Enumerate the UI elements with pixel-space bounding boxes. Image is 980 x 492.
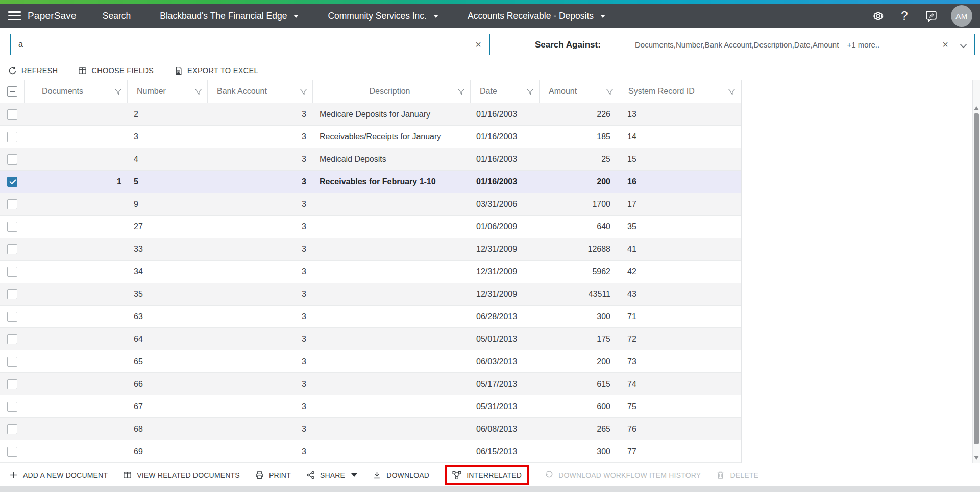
table-row[interactable]: 63 3 06/28/2013 300 71 — [0, 306, 741, 328]
nav-item-company-dropdown[interactable]: Community Services Inc. — [313, 4, 453, 28]
filter-icon[interactable] — [300, 88, 307, 96]
row-checkbox[interactable] — [7, 267, 17, 277]
download-icon — [373, 471, 381, 479]
cell-system-record-id: 41 — [619, 245, 741, 254]
table-row[interactable]: 3 3 Receivables/Receipts for January 01/… — [0, 126, 741, 148]
grid-right-border — [741, 80, 742, 463]
cell-system-record-id: 75 — [619, 402, 741, 411]
table-row[interactable]: 9 3 03/31/2006 1700 17 — [0, 193, 741, 216]
feedback-icon[interactable] — [924, 9, 938, 22]
export-to-excel-button[interactable]: EXPORT TO EXCEL — [174, 66, 258, 75]
search-input[interactable] — [11, 39, 467, 50]
cell-bank-account: 3 — [208, 380, 313, 389]
cell-number: 9 — [128, 200, 208, 209]
clear-fields-icon[interactable]: × — [934, 39, 957, 50]
table-row[interactable]: 1 5 3 Receivables for February 1-10 01/1… — [0, 171, 741, 193]
interrelated-button[interactable]: INTERRELATED — [445, 465, 529, 485]
download-button[interactable]: DOWNLOAD — [373, 471, 429, 479]
row-checkbox[interactable] — [7, 402, 17, 412]
cell-date: 12/31/2009 — [471, 267, 540, 276]
column-header-documents[interactable]: Documents — [24, 80, 128, 103]
column-header-amount[interactable]: Amount — [540, 80, 619, 103]
row-checkbox[interactable] — [7, 199, 17, 209]
table-row[interactable]: 34 3 12/31/2009 5962 42 — [0, 261, 741, 283]
cell-amount: 265 — [540, 425, 619, 434]
table-row[interactable]: 35 3 12/31/2009 43511 43 — [0, 283, 741, 306]
row-checkbox[interactable] — [7, 222, 17, 232]
nav-item-document-type-dropdown[interactable]: Accounts Receivable - Deposits — [453, 4, 620, 28]
row-checkbox[interactable] — [7, 312, 17, 322]
row-checkbox[interactable] — [7, 447, 17, 457]
table-row[interactable]: 67 3 05/31/2013 600 75 — [0, 395, 741, 418]
column-header-bank-account[interactable]: Bank Account — [208, 80, 313, 103]
select-all-checkbox[interactable] — [7, 86, 17, 97]
cell-system-record-id: 43 — [619, 290, 741, 299]
gear-icon[interactable] — [871, 9, 885, 22]
table-row[interactable]: 65 3 06/03/2013 200 73 — [0, 350, 741, 373]
row-checkbox[interactable] — [7, 132, 17, 142]
table-row[interactable]: 69 3 06/15/2013 300 77 — [0, 440, 741, 463]
scroll-down-arrow-icon[interactable] — [974, 456, 979, 460]
clear-search-icon[interactable]: × — [467, 39, 489, 50]
export-excel-icon — [174, 66, 183, 75]
filter-icon[interactable] — [526, 88, 534, 96]
row-checkbox[interactable] — [7, 289, 17, 299]
view-related-documents-button[interactable]: VIEW RELATED DOCUMENTS — [123, 471, 240, 479]
nav-item-search[interactable]: Search — [88, 4, 145, 28]
filter-icon[interactable] — [114, 88, 122, 96]
page-bottom-strip — [0, 486, 980, 492]
table-row[interactable]: 68 3 06/08/2013 265 76 — [0, 418, 741, 440]
delete-button: DELETE — [716, 471, 758, 479]
print-button[interactable]: PRINT — [255, 471, 291, 479]
delete-icon — [716, 471, 725, 479]
table-row[interactable]: 64 3 05/01/2013 175 72 — [0, 328, 741, 350]
search-against-more-badge[interactable]: +1 more.. — [847, 40, 879, 49]
cell-system-record-id: 72 — [619, 335, 741, 344]
row-checkbox[interactable] — [7, 424, 17, 434]
row-checkbox[interactable] — [7, 379, 17, 389]
table-row[interactable]: 33 3 12/31/2009 12688 41 — [0, 238, 741, 261]
avatar[interactable]: AM — [951, 5, 972, 27]
cell-number: 5 — [128, 177, 208, 186]
column-header-system-record-id[interactable]: System Record ID — [619, 80, 741, 103]
filter-icon[interactable] — [194, 88, 202, 96]
filter-icon[interactable] — [606, 88, 614, 96]
cell-amount: 300 — [540, 447, 619, 456]
row-checkbox[interactable] — [7, 357, 17, 367]
column-header-date[interactable]: Date — [471, 80, 540, 103]
grid-action-bar: REFRESH CHOOSE FIELDS EXPORT TO EXCEL — [0, 61, 980, 80]
scrollbar-thumb[interactable] — [974, 113, 979, 444]
row-checkbox[interactable] — [7, 244, 17, 254]
share-button[interactable]: SHARE — [306, 471, 357, 479]
table-row[interactable]: 4 3 Medicaid Deposits 01/16/2003 25 15 — [0, 148, 741, 171]
cell-date: 06/28/2013 — [471, 312, 540, 321]
nav-item-integration-dropdown[interactable]: Blackbaud's The Financial Edge — [145, 4, 313, 28]
cell-number: 68 — [128, 425, 208, 434]
filter-icon[interactable] — [728, 88, 736, 96]
row-checkbox[interactable] — [7, 177, 17, 187]
cell-bank-account: 3 — [208, 267, 313, 276]
search-against-multiselect[interactable]: Documents,Number,Bank Account,Descriptio… — [628, 34, 975, 55]
cell-date: 05/31/2013 — [471, 402, 540, 411]
column-header-number[interactable]: Number — [128, 80, 208, 103]
chevron-down-icon[interactable] — [957, 39, 974, 50]
menu-icon[interactable] — [0, 4, 28, 28]
cell-bank-account: 3 — [208, 245, 313, 254]
search-against-value: Documents,Number,Bank Account,Descriptio… — [628, 40, 839, 49]
row-checkbox[interactable] — [7, 334, 17, 344]
refresh-button[interactable]: REFRESH — [8, 66, 58, 75]
row-checkbox[interactable] — [7, 154, 17, 165]
table-row[interactable]: 27 3 01/06/2009 640 35 — [0, 216, 741, 238]
choose-fields-button[interactable]: CHOOSE FIELDS — [78, 66, 154, 75]
scroll-up-arrow-icon[interactable] — [974, 106, 979, 110]
cell-date: 06/03/2013 — [471, 357, 540, 366]
add-new-document-button[interactable]: ADD A NEW DOCUMENT — [9, 471, 108, 479]
cell-date: 05/17/2013 — [471, 380, 540, 389]
row-checkbox[interactable] — [7, 109, 17, 120]
filter-icon[interactable] — [457, 88, 465, 96]
help-icon[interactable]: ? — [898, 9, 911, 22]
table-row[interactable]: 66 3 05/17/2013 615 74 — [0, 373, 741, 395]
vertical-scrollbar[interactable] — [972, 80, 980, 463]
column-header-description[interactable]: Description — [313, 80, 471, 103]
table-row[interactable]: 2 3 Medicare Deposits for January 01/16/… — [0, 103, 741, 126]
